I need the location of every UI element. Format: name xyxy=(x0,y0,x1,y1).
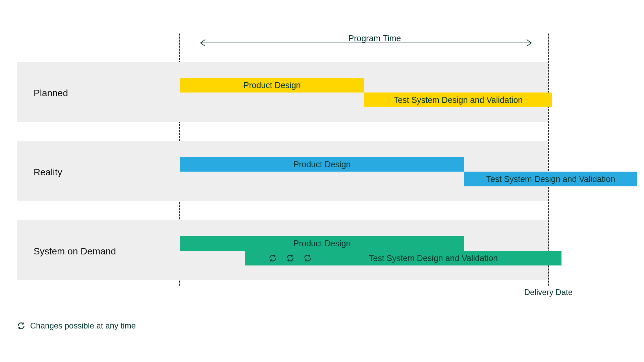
row-label-reality: Reality xyxy=(34,167,62,178)
bar-label: Test System Design and Validation xyxy=(486,174,615,184)
refresh-icon xyxy=(17,321,25,330)
bar-label: Product Design xyxy=(293,160,351,169)
bar-reality-product-design: Product Design xyxy=(180,157,464,172)
refresh-icon-group xyxy=(268,254,312,262)
row-label-planned: Planned xyxy=(34,88,68,99)
legend: Changes possible at any time xyxy=(17,321,136,330)
bar-label: Test System Design and Validation xyxy=(369,253,498,263)
bar-planned-product-design: Product Design xyxy=(180,78,364,93)
row-label-sod: System on Demand xyxy=(34,246,116,257)
program-time-arrow xyxy=(197,39,535,47)
bar-planned-test: Test System Design and Validation xyxy=(364,93,552,107)
legend-text: Changes possible at any time xyxy=(30,321,136,330)
bar-label: Product Design xyxy=(244,80,301,90)
ref-line-delivery xyxy=(548,34,549,286)
refresh-icon xyxy=(303,254,312,262)
bar-sod-product-design: Product Design xyxy=(180,236,464,251)
bar-reality-test: Test System Design and Validation xyxy=(464,172,637,186)
chart-canvas: Program Time Planned Reality System on D… xyxy=(0,0,644,362)
delivery-date-label: Delivery Date xyxy=(523,288,574,297)
bar-label: Test System Design and Validation xyxy=(394,95,523,105)
refresh-icon xyxy=(286,254,294,262)
bar-label: Product Design xyxy=(293,239,351,248)
bar-sod-test: Test System Design and Validation xyxy=(245,251,561,265)
refresh-icon xyxy=(268,254,277,262)
